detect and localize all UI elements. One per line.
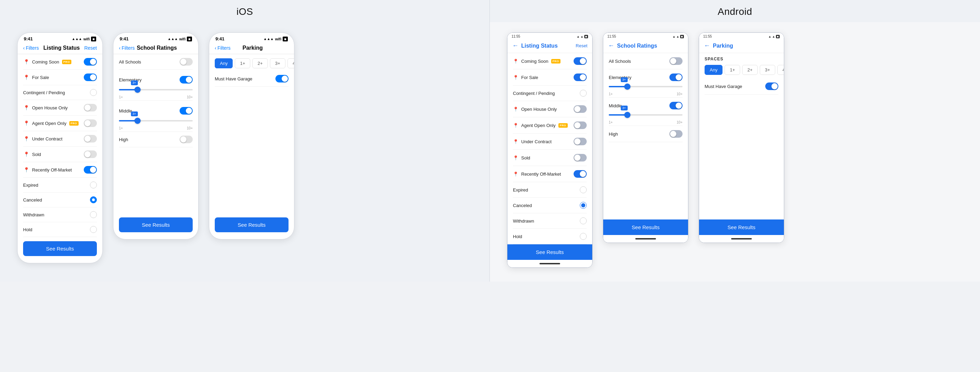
middle-label: Middle [119,109,132,113]
elementary-section-and: Elementary 3+ [609,69,682,97]
list-item: Expired [23,178,97,193]
list-item: Hold [513,229,587,244]
android-wifi-icon-2: ▲ [676,35,679,38]
toggle-garage[interactable] [275,75,288,83]
toggle-sold[interactable] [84,150,97,158]
see-results-button-and-1[interactable]: See Results [508,244,592,260]
see-results-button-ios-1[interactable]: See Results [23,241,97,256]
toggle-coming-soon[interactable] [84,58,97,65]
slider-thumb-elementary[interactable]: 3+ [134,86,141,93]
elementary-slider-and[interactable]: 3+ [609,82,682,91]
row-label: High [609,131,618,137]
slider-thumb-middle-and[interactable]: 3+ [624,112,630,118]
toggle-garage-and[interactable] [765,83,778,90]
ios-title: iOS [0,0,490,22]
toggle-high[interactable] [180,136,193,143]
toggle-middle-and[interactable] [670,102,682,109]
radio-canceled-and[interactable] [580,202,587,209]
slider-thumb-middle[interactable]: 3+ [134,118,141,124]
radio-expired-and[interactable] [580,186,587,193]
see-results-button-and-3[interactable]: See Results [699,219,784,235]
see-results-button-and-2[interactable]: See Results [603,219,688,235]
toggle-coming-soon-and[interactable] [574,57,587,65]
list-item: All Schools [119,54,193,70]
pin-icon-open-house: 📍 [23,105,29,111]
list-item: 📍 Coming Soon PRO [513,53,587,69]
toggle-agent[interactable] [84,120,97,127]
toggle-recently-and[interactable] [574,170,587,178]
toggle-middle[interactable] [180,107,193,115]
android-back-3[interactable]: ← [704,42,710,49]
toggle-open-house-and[interactable] [574,105,587,113]
slider-value-middle: 3+ [130,112,138,116]
toggle-sold-and[interactable] [574,154,587,161]
toggle-for-sale-and[interactable] [574,73,587,81]
pro-badge-agent: PRO [69,121,79,126]
toggle-all-schools[interactable] [180,58,193,65]
android-reset-1[interactable]: Reset [576,43,587,48]
seg-3plus[interactable]: 3+ [270,58,285,68]
see-results-button-ios-2[interactable]: See Results [119,217,193,232]
middle-slider-and[interactable]: 3+ [609,110,682,120]
row-label: Canceled [513,203,532,208]
radio-withdrawn-and[interactable] [580,217,587,224]
android-back-1[interactable]: ← [512,42,519,49]
ios-nav-title-2: School Ratings [137,45,177,51]
slider-track-and [609,86,682,87]
toggle-for-sale[interactable] [84,73,97,81]
seg-4plus[interactable]: 4+ [288,58,294,68]
toggle-high-and[interactable] [670,130,682,138]
ios-status-bar-1: 9:41 ▲▲▲ wifi ■ [18,33,102,43]
android-nav-3: ← Parking [699,39,784,53]
row-left: Hold [23,227,32,232]
toggle-all-schools-and[interactable] [670,57,682,65]
toggle-recently[interactable] [84,166,97,174]
ios-status-bar-2: 9:41 ▲▲▲ wifi ■ [113,33,198,43]
ios-phone-parking: 9:41 ▲▲▲ wifi ■ ‹ Filters Parking [209,32,294,239]
ios-back-2[interactable]: ‹ Filters [119,45,135,51]
toggle-agent-and[interactable] [574,121,587,129]
radio-withdrawn[interactable] [90,211,97,218]
toggle-elementary-and[interactable] [670,73,682,81]
middle-slider[interactable]: 3+ [119,116,193,126]
slider-max-middle: 10+ [187,126,193,130]
chevron-left-icon: ‹ [23,45,25,51]
slider-thumb-elementary-and[interactable]: 3+ [624,83,630,90]
toggle-under-contract[interactable] [84,135,97,142]
toggle-elementary[interactable] [180,76,193,83]
radio-canceled[interactable] [90,196,97,203]
ios-phone-listing-status: 9:41 ▲▲▲ wifi ■ ‹ Filters Listing Status [17,32,103,263]
seg-1plus[interactable]: 1+ [235,58,250,68]
toggle-under-contract-and[interactable] [574,138,587,145]
seg-4plus-and[interactable]: 4+ [777,65,784,75]
ios-back-3[interactable]: ‹ Filters [215,45,231,51]
ios-back-1[interactable]: ‹ Filters [23,45,39,51]
slider-min-and: 1+ [609,92,612,96]
ios-nav-title-3: Parking [243,45,263,51]
radio-contingent[interactable] [90,89,97,96]
radio-contingent-and[interactable] [580,90,587,97]
android-back-2[interactable]: ← [608,42,614,49]
android-content-listing: 📍 Coming Soon PRO 📍 For Sale [508,53,592,244]
android-nav-left-2: ← School Ratings [608,42,657,49]
android-nav-title-2: School Ratings [617,43,657,49]
seg-any-and[interactable]: Any [705,65,722,75]
toggle-open-house[interactable] [84,104,97,112]
radio-hold-and[interactable] [580,233,587,240]
android-time-3: 11:55 [703,35,712,38]
ios-nav-2: ‹ Filters School Ratings [113,43,198,54]
seg-1plus-and[interactable]: 1+ [725,65,740,75]
ios-section: iOS 9:41 ▲▲▲ wifi ■ ‹ [0,0,490,282]
see-results-button-ios-3[interactable]: See Results [215,217,288,232]
seg-any[interactable]: Any [215,58,233,68]
radio-hold[interactable] [90,226,97,233]
row-label: Coming Soon [521,59,549,64]
radio-expired[interactable] [90,182,97,188]
seg-2plus[interactable]: 2+ [252,58,268,68]
seg-2plus-and[interactable]: 2+ [742,65,758,75]
seg-3plus-and[interactable]: 3+ [760,65,775,75]
ios-content-listing-1: 📍 Coming Soon PRO 📍 For Sale [18,54,102,237]
ios-reset-1[interactable]: Reset [84,45,97,51]
slider-max-and: 10+ [677,92,682,96]
elementary-slider[interactable]: 3+ [119,85,193,94]
